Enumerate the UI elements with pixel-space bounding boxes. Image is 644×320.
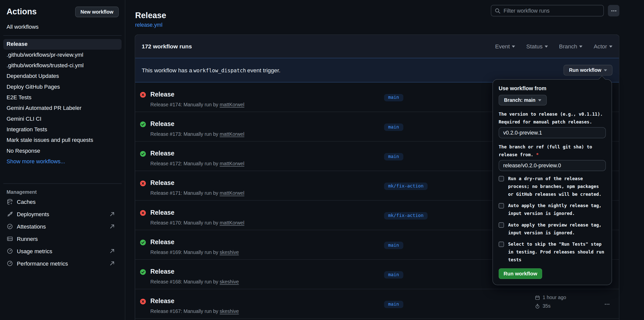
checkbox[interactable] [499, 203, 504, 208]
search-input[interactable] [491, 5, 603, 16]
check-circle-fill-icon [140, 121, 146, 127]
workflow-name: Dependabot Updates [7, 73, 59, 79]
branch-pill[interactable]: main [384, 123, 403, 131]
sidebar-workflow-item[interactable]: Release [3, 39, 122, 50]
branch-pill[interactable]: main [384, 301, 403, 308]
sidebar-workflow-item[interactable]: Gemini CLI CI [0, 114, 125, 124]
branch-pill[interactable]: mk/fix-action [384, 183, 428, 190]
run-status-icon [140, 151, 146, 157]
run-kebab-menu-button[interactable] [602, 300, 612, 308]
workflow-name: Deploy GitHub Pages [7, 84, 60, 90]
sidebar-item-label: Caches [17, 199, 36, 205]
run-workflow-popup: Use workflow from Branch: main The versi… [492, 79, 612, 285]
sidebar-workflow-item[interactable]: No Response [0, 146, 125, 156]
run-status-icon [140, 299, 146, 304]
run-actor-link[interactable]: skeshive [220, 308, 239, 314]
checkbox-label: Auto apply the nightly release tag, inpu… [508, 202, 601, 217]
sidebar-workflow-item[interactable]: Mark stale issues and pull requests [0, 135, 125, 146]
run-actor-link[interactable]: mattKorwel [220, 161, 244, 167]
workflow-file-link[interactable]: release.yml [135, 22, 162, 28]
filter-dropdown-button[interactable]: Status [526, 43, 548, 50]
actions-page: Actions New workflow All workflows Relea… [0, 0, 644, 320]
sidebar-item-label: Usage metrics [17, 248, 52, 254]
checkbox[interactable] [499, 176, 504, 181]
sidebar-workflow-item[interactable]: .github/workflows/pr-review.yml [0, 50, 125, 60]
run-start-time: 1 hour ago [535, 295, 566, 300]
checkbox-row: Run a dry-run of the release process; no… [499, 175, 606, 198]
check-circle-fill-icon [140, 269, 146, 275]
branch-pill[interactable]: main [384, 94, 403, 101]
run-workflow-dropdown-button[interactable]: Run workflow [564, 65, 612, 75]
run-title-link[interactable]: Release [150, 209, 174, 216]
branch-pill[interactable]: mk/fix-action [384, 212, 428, 219]
branch-pill[interactable]: main [384, 153, 403, 160]
sidebar-workflow-item[interactable]: E2E Tests [0, 92, 125, 103]
runs-count: 172 workflow runs [142, 43, 192, 50]
run-workflow-submit-button[interactable]: Run workflow [499, 268, 542, 279]
checkbox[interactable] [499, 222, 504, 228]
page-kebab-menu-button[interactable] [608, 5, 620, 17]
workflow-name: E2E Tests [7, 94, 32, 101]
branch-pill[interactable]: main [384, 242, 403, 249]
version-input[interactable] [499, 127, 606, 138]
branch-pill[interactable]: main [384, 271, 403, 278]
workflow-title: Release [135, 11, 166, 20]
run-title-link[interactable]: Release [150, 238, 174, 246]
filter-dropdown-button[interactable]: Event [495, 43, 515, 50]
popup-checkboxes: Run a dry-run of the release process; no… [499, 175, 606, 264]
sidebar-item-usage-metrics[interactable]: Usage metrics [0, 245, 125, 257]
sidebar-item-performance-metrics[interactable]: Performance metrics [0, 257, 125, 270]
run-actor-link[interactable]: mattKorwel [220, 131, 244, 137]
run-title-link[interactable]: Release [150, 179, 174, 187]
run-title-link[interactable]: Release [150, 298, 174, 305]
sidebar-divider [3, 35, 122, 36]
sidebar-item-label: Performance metrics [17, 260, 68, 266]
external-link-icon [109, 260, 115, 267]
sidebar-item-runners[interactable]: Runners [0, 233, 125, 245]
sidebar-workflow-item[interactable]: Deploy GitHub Pages [0, 82, 125, 92]
popup-title: Use workflow from [499, 85, 606, 91]
checkbox[interactable] [499, 242, 504, 247]
external-link-icon [109, 248, 115, 254]
run-actor-link[interactable]: mattKorwel [220, 102, 244, 108]
branch-select-button[interactable]: Branch: main [499, 95, 547, 105]
sidebar-item-deployments[interactable]: Deployments [0, 208, 125, 220]
filter-runs-search [491, 5, 604, 17]
run-actor-link[interactable]: skeshive [220, 279, 239, 285]
ref-input[interactable] [499, 160, 606, 171]
workflow-run-row: Release Release #167: Manually run by sk… [135, 289, 619, 319]
run-actor-link[interactable]: skeshive [220, 249, 239, 255]
run-status-icon [140, 180, 146, 186]
sidebar-item-caches[interactable]: Caches [0, 196, 125, 208]
run-status-icon [140, 269, 146, 275]
run-description: Release #174: Manually run by mattKorwel [150, 102, 244, 108]
workflow-dispatch-banner: This workflow has a workflow_dispatch ev… [135, 58, 619, 83]
workflow-list: Release .github/workflows/pr-review.yml … [0, 39, 125, 156]
chevron-down-icon [604, 69, 607, 71]
sidebar-item-label: Runners [17, 236, 38, 242]
sidebar-item-attestations[interactable]: Attestations [0, 220, 125, 233]
run-title-link[interactable]: Release [150, 268, 174, 275]
show-more-workflows-link[interactable]: Show more workflows... [0, 156, 125, 167]
run-title-link[interactable]: Release [150, 91, 174, 98]
filter-dropdown-button[interactable]: Actor [594, 43, 612, 50]
runs-panel-header: 172 workflow runs Event Status Branch [135, 35, 619, 58]
run-actor-link[interactable]: mattKorwel [220, 190, 244, 196]
run-duration: 35s [535, 303, 566, 309]
sidebar-workflow-item[interactable]: Integration Tests [0, 124, 125, 135]
x-circle-fill-icon [140, 180, 146, 186]
kebab-horizontal-icon [604, 301, 610, 307]
run-title-link[interactable]: Release [150, 120, 174, 127]
filter-dropdown-button[interactable]: Branch [559, 43, 582, 50]
external-link-icon [109, 211, 115, 217]
sidebar-item-all-workflows[interactable]: All workflows [7, 24, 118, 30]
sidebar-workflow-item[interactable]: Dependabot Updates [0, 71, 125, 82]
workflow-name: .github/workflows/pr-review.yml [7, 52, 83, 58]
verified-badge-icon [7, 223, 13, 230]
sidebar-workflow-item[interactable]: Gemini Automated PR Labeler [0, 103, 125, 114]
sidebar-workflow-item[interactable]: .github/workflows/trusted-ci.yml [0, 60, 125, 71]
checkbox-row: Select to skip the "Run Tests" step in t… [499, 240, 606, 264]
run-title-link[interactable]: Release [150, 150, 174, 157]
new-workflow-button[interactable]: New workflow [75, 7, 119, 17]
run-actor-link[interactable]: mattKorwel [220, 220, 244, 226]
